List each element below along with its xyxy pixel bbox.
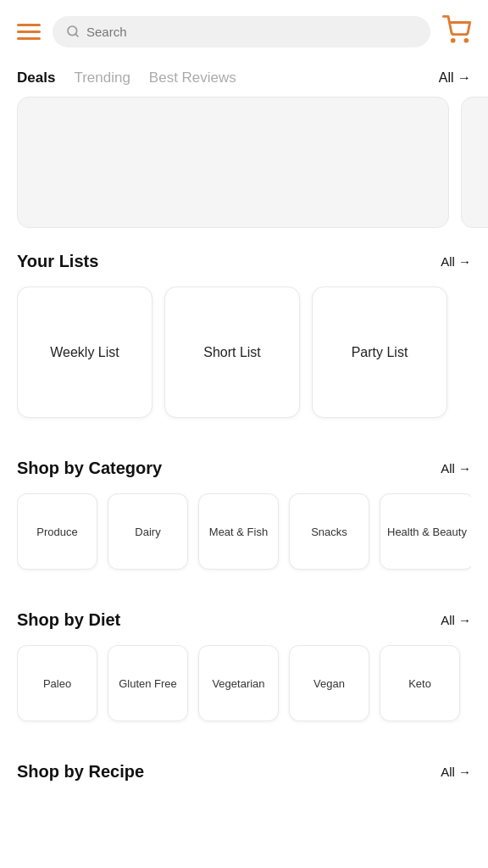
menu-icon[interactable] <box>17 24 41 40</box>
category-title: Shop by Category <box>17 459 162 478</box>
svg-point-3 <box>465 39 468 42</box>
category-all-link[interactable]: All → <box>441 461 471 476</box>
recipe-header: Shop by Recipe All → <box>17 762 471 782</box>
diet-title: Shop by Diet <box>17 610 120 630</box>
diet-keto[interactable]: Keto <box>380 645 460 721</box>
your-lists-header: Your Lists All → <box>17 252 471 271</box>
deals-nav: Deals Trending Best Reviews All → <box>0 63 488 97</box>
list-card-weekly[interactable]: Weekly List <box>17 287 152 418</box>
shop-by-recipe-section: Shop by Recipe All → <box>0 738 488 805</box>
list-card-short[interactable]: Short List <box>164 287 300 418</box>
deals-all-link[interactable]: All → <box>439 70 471 86</box>
lists-scroll: Weekly List Short List Party List <box>17 287 471 426</box>
category-inner: Produce Dairy Meat & Fish Snacks Health … <box>17 493 471 578</box>
shop-by-diet-section: Shop by Diet All → Paleo Gluten Free Veg… <box>0 587 488 738</box>
your-lists-all-link[interactable]: All → <box>441 254 471 269</box>
recipe-title: Shop by Recipe <box>17 762 144 782</box>
diet-inner: Paleo Gluten Free Vegetarian Vegan Keto <box>17 645 471 730</box>
recipe-all-link[interactable]: All → <box>441 765 471 779</box>
search-icon <box>66 25 80 38</box>
diet-scroll: Paleo Gluten Free Vegetarian Vegan Keto <box>17 645 471 730</box>
category-produce[interactable]: Produce <box>17 493 97 570</box>
category-dairy[interactable]: Dairy <box>108 493 188 570</box>
category-header: Shop by Category All → <box>17 459 471 478</box>
category-scroll: Produce Dairy Meat & Fish Snacks Health … <box>17 493 471 578</box>
header <box>0 0 488 63</box>
banner-card-2[interactable] <box>461 97 488 228</box>
svg-line-1 <box>75 34 78 36</box>
diet-gluten-free[interactable]: Gluten Free <box>108 645 188 721</box>
banner-card-1[interactable] <box>17 97 449 228</box>
search-bar[interactable] <box>53 16 430 47</box>
lists-inner: Weekly List Short List Party List <box>17 287 471 426</box>
banner-scroll <box>0 97 488 228</box>
nav-trending[interactable]: Trending <box>74 70 130 86</box>
shop-by-category-section: Shop by Category All → Produce Dairy Mea… <box>0 435 488 587</box>
svg-point-2 <box>452 39 454 42</box>
category-snacks[interactable]: Snacks <box>289 493 369 570</box>
your-lists-title: Your Lists <box>17 252 98 271</box>
diet-header: Shop by Diet All → <box>17 610 471 630</box>
diet-paleo[interactable]: Paleo <box>17 645 97 721</box>
diet-all-link[interactable]: All → <box>441 613 471 627</box>
nav-deals[interactable]: Deals <box>17 70 55 86</box>
cart-icon[interactable] <box>442 15 471 47</box>
diet-vegetarian[interactable]: Vegetarian <box>198 645 279 721</box>
your-lists-section: Your Lists All → Weekly List Short List … <box>0 228 488 435</box>
search-input[interactable] <box>86 25 417 39</box>
diet-vegan[interactable]: Vegan <box>289 645 369 721</box>
list-card-party[interactable]: Party List <box>312 287 447 418</box>
nav-best-reviews[interactable]: Best Reviews <box>149 70 236 86</box>
category-health-beauty[interactable]: Health & Beauty <box>380 493 471 570</box>
category-meat-fish[interactable]: Meat & Fish <box>198 493 279 570</box>
